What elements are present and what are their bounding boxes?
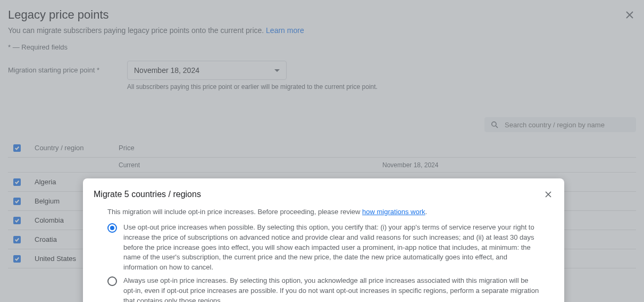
opt-out-label: Use opt-out price increases when possibl… [123,223,540,273]
modal-close-icon[interactable] [543,189,554,200]
modal-intro-tail: . [425,208,428,216]
opt-in-radio[interactable] [107,276,117,286]
modal-intro: This migration will include opt-in price… [107,207,540,217]
modal-title: Migrate 5 countries / regions [94,190,201,199]
migrate-modal: Migrate 5 countries / regions This migra… [83,178,564,302]
opt-in-label: Always use opt-in price increases. By se… [123,276,540,302]
how-migrations-work-link[interactable]: how migrations work [362,208,425,216]
opt-out-radio[interactable] [107,223,117,233]
modal-intro-text: This migration will include opt-in price… [107,208,362,216]
